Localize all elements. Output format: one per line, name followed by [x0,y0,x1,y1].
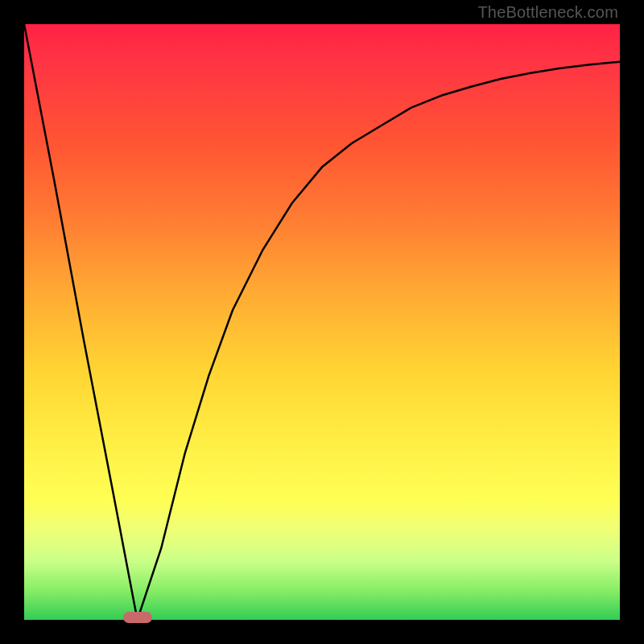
chart-container: TheBottleneck.com [0,0,644,644]
optimal-point-marker [123,612,152,623]
watermark-text: TheBottleneck.com [477,3,618,22]
bottleneck-curve [24,24,620,620]
